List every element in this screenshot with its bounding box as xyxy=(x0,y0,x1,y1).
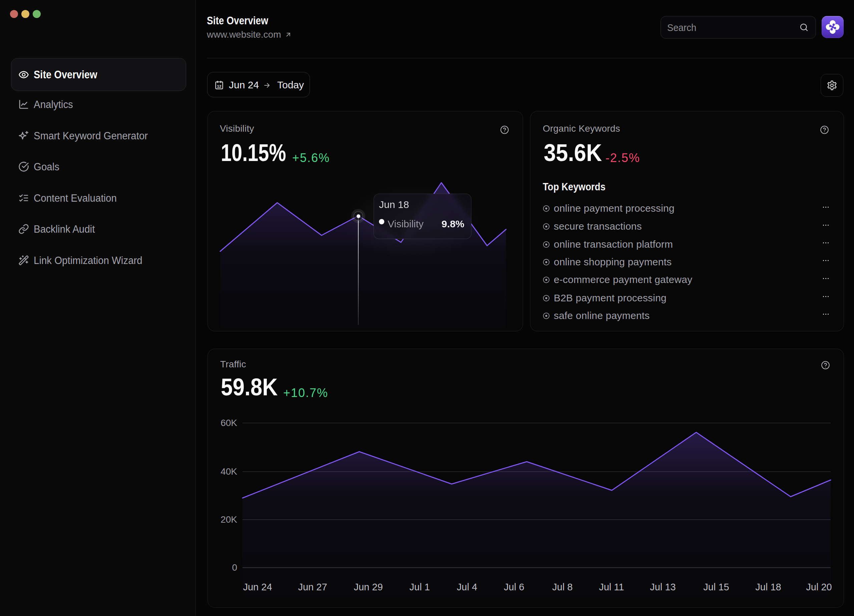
svg-text:12: 12 xyxy=(217,84,221,88)
